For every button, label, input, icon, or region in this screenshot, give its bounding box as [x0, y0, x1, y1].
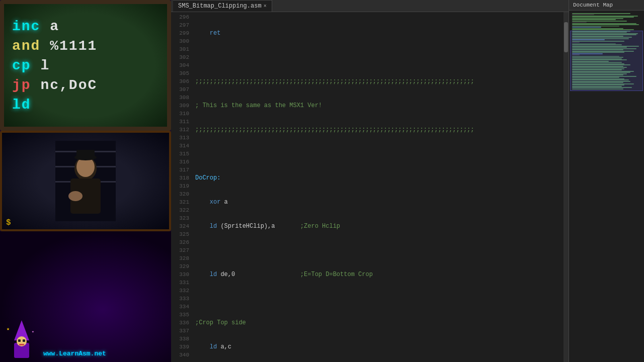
main-editor: SMS_Bitmap_Clipping.asm × 296 297 299 30… [171, 0, 569, 362]
code-row [195, 246, 559, 254]
chalk-keyword-1: inc [12, 19, 50, 34]
svg-rect-8 [76, 150, 95, 159]
code-row [195, 150, 559, 158]
code-row: ;Crop Top side [195, 319, 559, 327]
document-map-title: Document Map [569, 0, 644, 11]
code-row [195, 295, 559, 303]
left-panel: inc a and %1111 cp l jp nc,DoC ld [0, 0, 171, 362]
svg-rect-14 [23, 339, 25, 342]
tab-close-button[interactable]: × [264, 4, 267, 9]
chalk-line-1: inc a [12, 19, 159, 34]
svg-point-9 [68, 191, 83, 201]
chalk-keyword-4: jp [12, 77, 40, 93]
svg-text:★: ★ [7, 326, 10, 332]
chalk-operand-1: a [50, 19, 59, 34]
code-row: ld de,0 ;E=Top D=Bottom Crop [195, 270, 559, 279]
code-row: ;;;;;;;;;;;;;;;;;;;;;;;;;;;;;;;;;;;;;;;;… [195, 126, 559, 134]
chalk-operand-2: %1111 [50, 38, 97, 54]
chalk-keyword-2: and [12, 38, 50, 54]
map-viewport-indicator [570, 31, 643, 91]
svg-rect-13 [18, 339, 21, 342]
website-label: www.LearnAsm.net [43, 349, 106, 358]
code-area[interactable]: 296 297 299 300 301 302 304 305 306 307 … [171, 12, 569, 362]
tab-bar: SMS_Bitmap_Clipping.asm × [171, 0, 569, 12]
chalk-keyword-3: cp [12, 58, 40, 73]
code-row: ;;;;;;;;;;;;;;;;;;;;;;;;;;;;;;;;;;;;;;;;… [195, 77, 559, 85]
code-row: ret [195, 29, 559, 37]
scrollbar-thumb[interactable] [564, 22, 568, 52]
svg-rect-15 [19, 344, 24, 345]
code-row: DoCrop: [195, 174, 559, 182]
code-row: ld (SpriteHClip),a ;Zero Hclip [195, 222, 559, 230]
code-content[interactable]: ret ;;;;;;;;;;;;;;;;;;;;;;;;;;;;;;;;;;;;… [191, 12, 564, 362]
chalk-line-2: and %1111 [12, 38, 159, 54]
line-numbers: 296 297 299 300 301 302 304 305 306 307 … [171, 12, 191, 362]
document-map-panel: Document Map [569, 0, 644, 362]
chalkboard-display: inc a and %1111 cp l jp nc,DoC ld [0, 0, 171, 131]
bottom-left-panel: ★ ✦ www.LearnAsm.net [0, 231, 171, 362]
mascot-area: ★ ✦ www.LearnAsm.net [4, 318, 106, 358]
code-row: ; This is the same as the MSX1 Ver! [195, 102, 559, 110]
chalk-operand-4: nc,DoC [40, 77, 97, 93]
code-row: ld a,c [195, 343, 559, 351]
document-map-content[interactable] [569, 11, 644, 362]
chalk-operand-3: l [40, 58, 50, 73]
tab-filename: SMS_Bitmap_Clipping.asm [178, 3, 262, 10]
code-row: xor a [195, 198, 559, 206]
chalk-keyword-5: ld [12, 97, 31, 113]
person-silhouette [55, 141, 116, 221]
svg-text:✦: ✦ [32, 329, 34, 334]
money-counter: $ [6, 218, 11, 227]
code-row [195, 53, 559, 61]
webcam-display: $ [0, 131, 171, 231]
chalk-line-4: jp nc,DoC [12, 77, 159, 93]
file-tab[interactable]: SMS_Bitmap_Clipping.asm × [173, 0, 272, 12]
mascot-icon: ★ ✦ [4, 318, 39, 358]
vertical-scrollbar[interactable] [564, 12, 569, 362]
chalk-line-5: ld [12, 97, 159, 113]
chalk-line-3: cp l [12, 58, 159, 73]
